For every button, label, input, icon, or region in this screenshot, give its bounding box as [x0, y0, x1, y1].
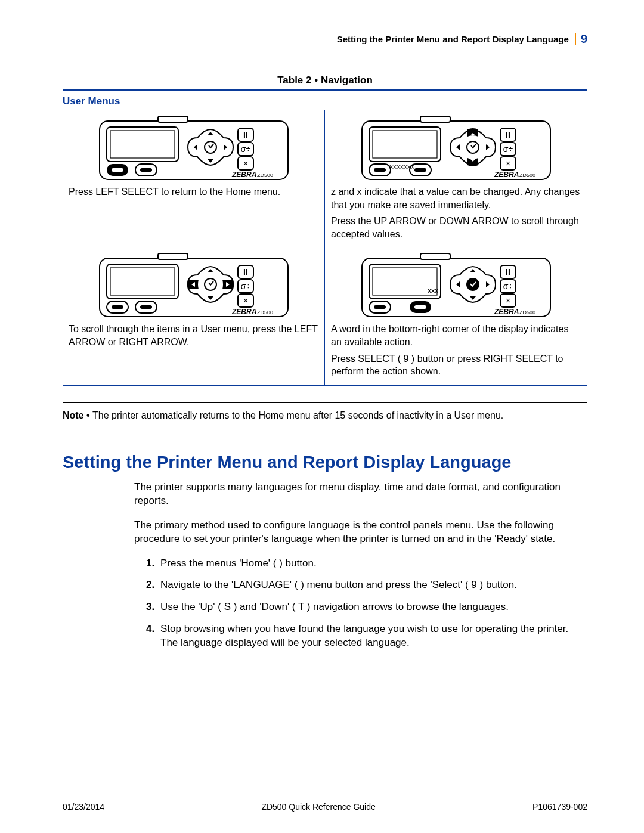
step-4: 4. Stop browsing when you have found the…	[146, 623, 575, 650]
screen-label-xxx: XXX	[428, 288, 438, 294]
svg-marker-32	[456, 144, 460, 150]
steps-list: 1. Press the menus 'Home' ( ) button. 2.…	[63, 557, 587, 651]
footer-date: 01/23/2014	[63, 802, 104, 812]
note-rule-bottom	[63, 432, 472, 432]
step-1: 1. Press the menus 'Home' ( ) button.	[146, 557, 575, 571]
svg-text:σ÷: σ÷	[240, 281, 250, 291]
nav-caption-b1: To scroll through the items in a User me…	[69, 323, 318, 348]
header-title: Setting the Printer Menu and Report Disp…	[337, 34, 569, 44]
nav-caption-b2-p1: A word in the bottom-right corner of the…	[331, 323, 581, 348]
user-menus-label: User Menus	[63, 95, 587, 107]
svg-text:×: ×	[506, 296, 510, 305]
svg-rect-22	[420, 116, 450, 122]
section-p2: The primary method used to configure lan…	[63, 519, 587, 546]
nav-cell-a1: II σ÷ × ZEBRA ZD500 Press LEFT SELECT to…	[63, 110, 325, 247]
step-text-2: Navigate to the 'LANGUAGE' ( ) menu butt…	[160, 578, 575, 592]
svg-text:ZD500: ZD500	[519, 172, 535, 178]
nav-caption-b2-p2: Press SELECT ( 9 ) button or press RIGHT…	[331, 352, 581, 378]
svg-text:×: ×	[243, 296, 247, 305]
svg-text:II: II	[243, 267, 248, 277]
svg-text:ZD500: ZD500	[257, 172, 273, 178]
nav-cell-b2: XXX II σ÷ ×	[325, 247, 587, 385]
svg-text:×: ×	[243, 159, 247, 168]
note-body: The printer automatically returns to the…	[92, 410, 503, 420]
svg-rect-26	[374, 168, 386, 172]
svg-marker-72	[470, 269, 476, 272]
svg-marker-51	[208, 269, 213, 272]
step-text-4: Stop browsing when you have found the la…	[160, 623, 575, 650]
svg-marker-74	[456, 281, 460, 287]
svg-rect-64	[420, 253, 450, 259]
svg-rect-47	[112, 305, 123, 309]
step-3: 3. Use the 'Up' ( S ) and 'Down' ( T ) n…	[146, 600, 575, 614]
svg-text:II: II	[506, 267, 510, 277]
svg-marker-12	[224, 144, 227, 150]
svg-marker-10	[208, 159, 213, 163]
printer-panel-a2: XXXXXXX II σ÷	[361, 116, 552, 182]
footer-part: P1061739-002	[532, 802, 587, 812]
svg-rect-5	[112, 168, 123, 172]
svg-rect-68	[374, 305, 386, 309]
step-num-2: 2.	[146, 578, 160, 592]
svg-point-71	[466, 278, 479, 291]
step-num-1: 1.	[146, 557, 160, 571]
section-heading: Setting the Printer Menu and Report Disp…	[63, 453, 587, 472]
svg-text:II: II	[506, 130, 510, 140]
svg-rect-2	[107, 127, 178, 162]
svg-text:σ÷: σ÷	[503, 281, 513, 291]
svg-rect-7	[140, 168, 152, 172]
note-text: Note • The printer automatically returns…	[63, 410, 587, 421]
svg-marker-73	[470, 296, 476, 300]
nav-caption-a2-p2: Press the UP ARROW or DOWN ARROW to scro…	[331, 215, 581, 240]
note-rule-top	[63, 402, 587, 403]
table-top-rule	[63, 89, 587, 91]
svg-rect-1	[158, 116, 188, 122]
svg-rect-28	[414, 168, 426, 172]
step-num-4: 4.	[146, 623, 160, 650]
svg-text:ZEBRA: ZEBRA	[494, 308, 519, 316]
svg-rect-24	[373, 131, 437, 158]
step-text-3: Use the 'Up' ( S ) and 'Down' ( T ) navi…	[160, 600, 575, 614]
step-text-1: Press the menus 'Home' ( ) button.	[160, 557, 575, 571]
nav-cell-a2: XXXXXXX II σ÷	[325, 110, 587, 247]
svg-text:ZEBRA: ZEBRA	[231, 308, 256, 316]
svg-rect-23	[369, 127, 441, 162]
note-prefix: Note •	[63, 410, 92, 420]
footer-rule	[63, 797, 587, 797]
section-p1: The printer supports many languages for …	[63, 481, 587, 508]
nav-caption-a1: Press LEFT SELECT to return to the Home …	[69, 185, 318, 199]
table-title: Table 2 • Navigation	[63, 75, 587, 86]
svg-marker-9	[208, 132, 213, 135]
page: Setting the Printer Menu and Report Disp…	[0, 0, 644, 833]
footer-doc: ZD500 Quick Reference Guide	[261, 802, 375, 812]
svg-rect-49	[140, 305, 152, 309]
step-2: 2. Navigate to the 'LANGUAGE' ( ) menu b…	[146, 578, 575, 592]
svg-text:×: ×	[506, 159, 510, 168]
nav-grid: II σ÷ × ZEBRA ZD500 Press LEFT SELECT to…	[63, 110, 587, 386]
svg-text:ZD500: ZD500	[519, 309, 535, 315]
svg-text:ZD500: ZD500	[257, 309, 273, 315]
step-num-3: 3.	[146, 600, 160, 614]
footer: 01/23/2014 ZD500 Quick Reference Guide P…	[63, 802, 587, 812]
svg-text:ZEBRA: ZEBRA	[494, 171, 519, 179]
nav-caption-a2-p1: z and x indicate that a value can be cha…	[331, 185, 581, 211]
svg-text:σ÷: σ÷	[240, 144, 250, 154]
nav-cell-b1: II σ÷ × ZEBRA ZD500 To scroll through th…	[63, 247, 325, 385]
printer-panel-a1: II σ÷ × ZEBRA ZD500	[98, 116, 289, 182]
svg-text:σ÷: σ÷	[503, 144, 513, 154]
svg-rect-43	[158, 253, 188, 259]
page-number: 9	[575, 33, 587, 45]
header-line: Setting the Printer Menu and Report Disp…	[63, 33, 587, 45]
svg-text:ZEBRA: ZEBRA	[231, 171, 256, 179]
svg-rect-3	[110, 131, 175, 158]
svg-text:II: II	[243, 130, 248, 140]
svg-rect-70	[414, 305, 426, 309]
svg-marker-75	[486, 281, 490, 287]
printer-panel-b1: II σ÷ × ZEBRA ZD500	[98, 253, 289, 319]
svg-rect-44	[107, 264, 178, 299]
svg-marker-33	[486, 144, 490, 150]
svg-marker-11	[194, 144, 197, 150]
printer-panel-b2: XXX II σ÷ ×	[361, 253, 552, 319]
svg-rect-45	[110, 268, 175, 295]
svg-marker-52	[208, 296, 213, 300]
